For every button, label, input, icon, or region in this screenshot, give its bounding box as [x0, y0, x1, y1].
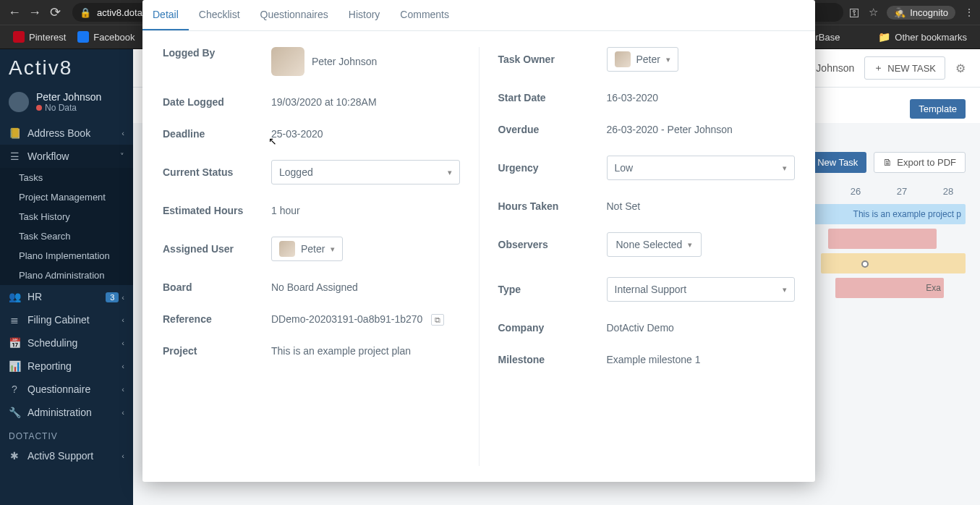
nav-filing-cabinet[interactable]: ≣Filing Cabinet ‹ — [0, 308, 133, 331]
key-icon[interactable]: ⚿ — [849, 7, 860, 19]
current-status-label: Current Status — [163, 166, 271, 178]
tab-checklist[interactable]: Checklist — [189, 0, 250, 30]
chevron-down-icon: ▾ — [783, 164, 787, 173]
chevron-left-icon: ‹ — [122, 451, 124, 460]
chevron-down-icon: ▾ — [688, 240, 692, 250]
gantt-day: 26 — [838, 186, 873, 197]
board-label: Board — [163, 281, 271, 293]
assigned-user-select[interactable]: Peter ▾ — [271, 237, 343, 261]
new-task-button[interactable]: ＋ NEW TASK — [864, 56, 945, 80]
gantt-bar[interactable] — [828, 229, 937, 249]
overdue-value: 26-03-2020 - Peter Johnson — [607, 124, 796, 135]
board-value: No Board Assigned — [271, 281, 460, 293]
nav-task-search[interactable]: Task Search — [0, 226, 133, 246]
tab-comments[interactable]: Comments — [390, 0, 459, 30]
tab-detail[interactable]: Detail — [142, 0, 189, 30]
task-owner-label: Task Owner — [498, 54, 607, 65]
other-bookmarks[interactable]: 📁Other bookmarks — [872, 28, 973, 46]
user-name: Peter Johnson — [36, 91, 101, 103]
type-select[interactable]: Internal Support ▾ — [607, 277, 796, 302]
observers-select[interactable]: None Selected ▾ — [607, 232, 702, 257]
reload-button[interactable]: ⟳ — [46, 4, 64, 21]
chevron-left-icon: ‹ — [122, 293, 124, 302]
nav-project-management[interactable]: Project Management — [0, 187, 133, 207]
nav-plano-administration[interactable]: Plano Administration — [0, 266, 133, 285]
observers-label: Observers — [498, 239, 607, 250]
nav-workflow[interactable]: ☰Workflow ˅ — [0, 145, 133, 168]
status-dot-icon — [36, 105, 42, 111]
nav-reporting[interactable]: 📊Reporting ‹ — [0, 355, 133, 378]
back-button[interactable]: ← — [6, 4, 23, 21]
nav-tasks[interactable]: Tasks — [0, 168, 133, 187]
section-dotactiv: DOTACTIV — [0, 424, 133, 444]
modal-body: Logged By Peter Johnson Date Logged 19/0… — [142, 31, 815, 482]
field-milestone: Milestone Example milestone 1 — [498, 354, 796, 365]
select-value: Peter — [636, 54, 660, 65]
bookmark-facebook[interactable]: Facebook — [72, 28, 140, 46]
select-value: Internal Support — [615, 284, 687, 295]
support-icon: ✱ — [9, 450, 20, 462]
book-icon: 📒 — [9, 127, 20, 139]
current-status-select[interactable]: Logged ▾ — [271, 160, 460, 184]
start-date-label: Start Date — [498, 92, 607, 103]
task-owner-select[interactable]: Peter ▾ — [607, 47, 678, 72]
project-label: Project — [163, 345, 271, 357]
field-urgency: Urgency Low ▾ — [498, 156, 796, 180]
nav-label: Reporting — [27, 360, 72, 372]
nav-activ8-support[interactable]: ✱Activ8 Support ‹ — [0, 444, 133, 467]
date-logged-value: 19/03/2020 at 10:28AM — [271, 96, 460, 108]
nav-scheduling[interactable]: 📅Scheduling ‹ — [0, 331, 133, 355]
nav-label: HR — [27, 291, 42, 302]
select-value: Logged — [279, 166, 313, 178]
company-label: Company — [498, 322, 607, 334]
gear-icon[interactable]: ⚙ — [955, 61, 966, 75]
field-type: Type Internal Support ▾ — [498, 277, 796, 302]
field-assigned-user: Assigned User Peter ▾ — [163, 237, 460, 261]
milestone-value: Example milestone 1 — [607, 354, 796, 365]
nav-administration[interactable]: 🔧Administration ‹ — [0, 401, 133, 424]
gantt-bar-project[interactable]: This is an example project p — [799, 204, 966, 224]
field-current-status: Current Status Logged ▾ — [163, 160, 460, 184]
copy-icon[interactable]: ⧉ — [431, 314, 444, 326]
chevron-left-icon: ‹ — [122, 315, 124, 324]
select-value: Peter — [301, 243, 325, 255]
detail-left-column: Logged By Peter Johnson Date Logged 19/0… — [163, 47, 479, 466]
gantt-day: 27 — [885, 186, 919, 197]
nav-questionnaire[interactable]: ?Questionnaire ‹ — [0, 378, 133, 401]
forward-button[interactable]: → — [26, 4, 43, 21]
chevron-left-icon: ‹ — [122, 362, 124, 370]
folder-icon: 📁 — [878, 31, 890, 43]
logged-by-label: Logged By — [163, 47, 271, 59]
star-icon[interactable]: ☆ — [869, 6, 878, 19]
gantt-bar[interactable]: Exa — [835, 278, 944, 298]
field-date-logged: Date Logged 19/03/2020 at 10:28AM — [163, 96, 460, 108]
gantt-bar[interactable] — [821, 253, 966, 273]
incognito-label: Incognito — [910, 7, 948, 18]
kebab-menu-icon[interactable]: ⋮ — [964, 7, 974, 18]
bookmark-pinterest[interactable]: Pinterest — [7, 28, 72, 46]
gantt-new-task-button[interactable]: New Task — [809, 152, 866, 173]
deadline-value: 25-03-2020 — [271, 128, 460, 140]
chevron-left-icon: ‹ — [122, 129, 124, 137]
urgency-select[interactable]: Low ▾ — [607, 156, 796, 180]
nav-label: Filing Cabinet — [27, 314, 90, 326]
company-value: DotActiv Demo — [607, 322, 796, 334]
nav-address-book[interactable]: 📒Address Book ‹ — [0, 122, 133, 145]
field-project: Project This is an example project plan — [163, 345, 460, 357]
user-status-label: No Data — [45, 103, 77, 113]
sidebar: Activ8 Peter Johnson No Data 📒Address Bo… — [0, 49, 133, 505]
tab-history[interactable]: History — [338, 0, 391, 30]
template-button[interactable]: Template — [910, 99, 966, 119]
user-block[interactable]: Peter Johnson No Data — [0, 87, 133, 122]
nav-plano-implementation[interactable]: Plano Implementation — [0, 246, 133, 266]
nav-task-history[interactable]: Task History — [0, 207, 133, 226]
nav-hr[interactable]: 👥HR 3 ‹ — [0, 285, 133, 308]
tab-questionnaires[interactable]: Questionnaires — [250, 0, 338, 30]
reference-label: Reference — [163, 313, 271, 325]
milestone-marker-icon — [861, 260, 869, 268]
new-task-label: NEW TASK — [887, 63, 936, 74]
export-pdf-button[interactable]: 🗎 Export to PDF — [874, 152, 966, 173]
cabinet-icon: ≣ — [9, 314, 20, 326]
nav-label: Activ8 Support — [27, 450, 93, 462]
nav-label: Scheduling — [27, 337, 77, 349]
